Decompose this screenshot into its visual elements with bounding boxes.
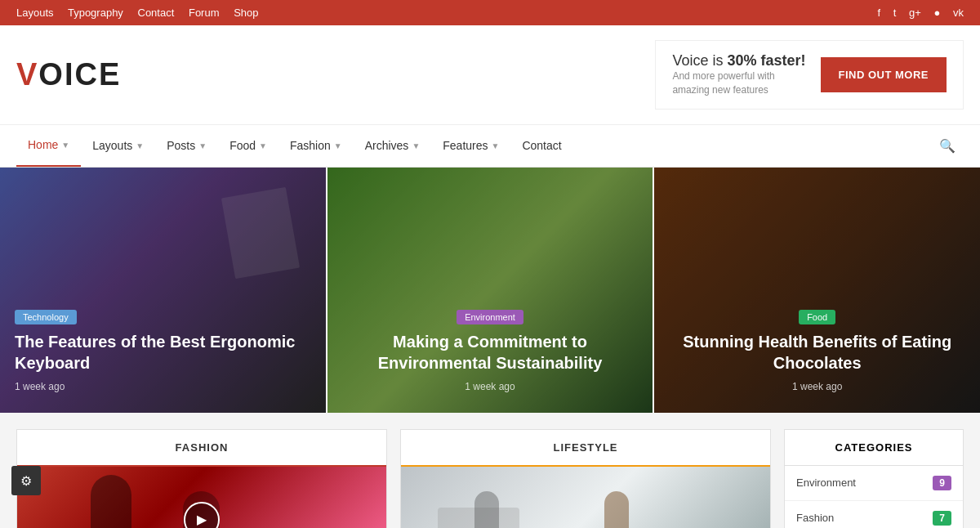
social-googleplus[interactable]: g+	[909, 7, 921, 19]
topnav-typography[interactable]: Typography	[68, 7, 123, 19]
main-nav: Home ▼ Layouts ▼ Posts ▼ Food ▼ Fashion …	[0, 125, 980, 168]
hero-slide-3[interactable]: Food Stunning Health Benefits of Eating …	[654, 168, 980, 413]
ad-highlight: 30% faster!	[727, 52, 805, 69]
category-label-fashion: Fashion	[796, 512, 834, 524]
social-facebook[interactable]: f	[878, 7, 881, 19]
logo-text: OICE	[38, 57, 121, 92]
social-instagram[interactable]: ●	[934, 7, 941, 19]
site-header: VOICE Voice is 30% faster! And more powe…	[0, 25, 980, 125]
social-vk[interactable]: vk	[953, 7, 964, 19]
slide-2-time: 1 week ago	[465, 381, 514, 392]
lifestyle-thumbnail[interactable]	[401, 467, 770, 528]
top-bar: Layouts Typography Contact Forum Shop f …	[0, 0, 980, 25]
topnav-contact[interactable]: Contact	[138, 7, 175, 19]
topnav-layouts[interactable]: Layouts	[16, 7, 54, 19]
chevron-down-icon: ▼	[492, 141, 500, 150]
categories-title: CATEGORIES	[785, 430, 963, 466]
social-links: f t g+ ● vk	[868, 7, 964, 19]
ad-banner: Voice is 30% faster! And more powerful w…	[655, 40, 964, 110]
nav-contact[interactable]: Contact	[510, 124, 572, 167]
slide-2-content: Environment Making a Commitment to Envir…	[342, 309, 639, 393]
slide-1-time: 1 week ago	[15, 381, 65, 392]
category-label-environment: Environment	[796, 477, 856, 489]
chevron-down-icon: ▼	[136, 141, 144, 150]
topnav-shop[interactable]: Shop	[234, 7, 258, 19]
slide-3-content: Food Stunning Health Benefits of Eating …	[669, 309, 965, 393]
nav-layouts[interactable]: Layouts ▼	[81, 124, 155, 167]
logo-v: V	[16, 57, 38, 92]
slide-2-badge: Environment	[457, 310, 523, 324]
chevron-down-icon: ▼	[61, 141, 69, 150]
lifestyle-person-1	[474, 491, 499, 528]
ad-text: Voice is 30% faster! And more powerful w…	[672, 52, 805, 97]
nav-archives[interactable]: Archives ▼	[354, 124, 432, 167]
nav-home[interactable]: Home ▼	[16, 124, 81, 167]
nav-posts[interactable]: Posts ▼	[155, 124, 218, 167]
category-count-fashion: 7	[933, 511, 951, 526]
chevron-down-icon: ▼	[259, 141, 267, 150]
site-logo: VOICE	[16, 57, 121, 92]
category-row-fashion[interactable]: Fashion 7	[785, 501, 963, 528]
topnav-forum[interactable]: Forum	[189, 7, 220, 19]
find-out-more-button[interactable]: FIND OUT MORE	[821, 57, 947, 92]
ad-headline: Voice is 30% faster!	[672, 52, 805, 69]
fashion-section: FASHION ▶	[16, 429, 387, 528]
nav-food[interactable]: Food ▼	[218, 124, 278, 167]
chevron-down-icon: ▼	[198, 141, 207, 150]
hero-slide-2[interactable]: Environment Making a Commitment to Envir…	[327, 168, 655, 413]
lifestyle-person-2	[604, 491, 629, 528]
fashion-header: FASHION	[17, 430, 386, 467]
slide-1-title: The Features of the Best Ergonomic Keybo…	[15, 331, 311, 374]
settings-gear-button[interactable]: ⚙	[11, 466, 41, 495]
fashion-thumbnail[interactable]: ▶	[17, 467, 386, 528]
social-twitter[interactable]: t	[893, 7, 897, 19]
slide-3-time: 1 week ago	[792, 381, 842, 392]
slide-3-title: Stunning Health Benefits of Eating Choco…	[669, 331, 965, 374]
bottom-section: FASHION ▶ LIFESTYLE CATEGORIES Environme…	[0, 413, 980, 528]
hero-slider: Technology The Features of the Best Ergo…	[0, 168, 980, 413]
lifestyle-section: LIFESTYLE	[400, 429, 771, 528]
categories-box: CATEGORIES Environment 9 Fashion 7 Food …	[784, 429, 964, 528]
nav-fashion[interactable]: Fashion ▼	[278, 124, 354, 167]
fashion-figure-1	[91, 475, 131, 528]
nav-features[interactable]: Features ▼	[431, 124, 510, 167]
slide-1-content: Technology The Features of the Best Ergo…	[15, 309, 311, 393]
chevron-down-icon: ▼	[412, 141, 420, 150]
category-count-environment: 9	[933, 476, 951, 490]
top-bar-nav: Layouts Typography Contact Forum Shop	[16, 7, 270, 19]
slide-3-badge: Food	[799, 310, 835, 324]
ad-sub: And more powerful with amazing new featu…	[672, 69, 786, 97]
chevron-down-icon: ▼	[334, 141, 342, 150]
hero-slide-1[interactable]: Technology The Features of the Best Ergo…	[0, 168, 327, 413]
category-row-environment[interactable]: Environment 9	[785, 466, 963, 501]
search-icon[interactable]: 🔍	[931, 138, 964, 154]
slide-1-badge: Technology	[15, 310, 77, 324]
lifestyle-header: LIFESTYLE	[401, 430, 770, 467]
slide-2-title: Making a Commitment to Environmental Sus…	[342, 331, 639, 374]
